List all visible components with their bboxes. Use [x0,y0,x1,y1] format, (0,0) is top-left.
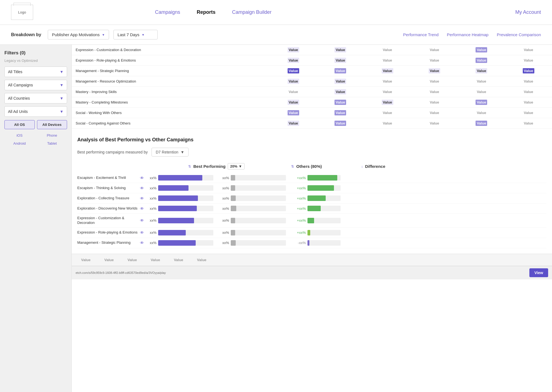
ios-button[interactable]: iOS [4,131,35,139]
heatmap-cell: Value [364,76,411,87]
heatmap-cell: Value [411,45,458,55]
bar-row: Exploration - Collecting Treasure 👁 xx% … [77,193,546,203]
heatmap-cell: Value [411,76,458,87]
heatmap-cell: Value [270,66,317,76]
heatmap-cell: Value [458,45,505,55]
table-row: Mastery - Improving SkillsValueValueValu… [72,87,552,97]
best-pct: xx% [146,241,158,245]
days-dropdown[interactable]: Last 7 Days ▼ [113,30,158,39]
phone-button[interactable]: Phone [37,131,67,139]
metric-dropdown[interactable]: D7 Retention ▼ [152,148,189,157]
heatmap-table-wrapper: Expression - Customization & DecorationV… [72,45,552,129]
prevalence-comparison-link[interactable]: Prevalence Comparison [497,32,541,37]
best-bar-track [158,195,213,201]
all-titles-arrow-icon: ▼ [60,70,63,74]
table-row: Social - Competing Against OthersValueVa… [72,118,552,129]
performance-trend-link[interactable]: Performance Trend [403,32,439,37]
content-area: Expression - Customization & DecorationV… [72,45,552,392]
heatmap-cell: Value [364,108,411,118]
all-titles-filter[interactable]: All Titles ▼ [4,67,67,77]
best-bar-track [158,185,213,191]
best-bar-fill [158,195,198,201]
pct-badge[interactable]: 20% ▼ [228,163,245,169]
breakdown-dropdown[interactable]: Publisher App Motivations ▼ [48,30,109,39]
os-device-row: All OS All Devices [4,120,67,129]
others-pct: xx% [218,176,231,180]
heatmap-cell: Value [411,66,458,76]
best-bar-fill [158,240,196,246]
bar-row: Exploration - Discovering New Worlds 👁 x… [77,203,546,214]
pct-arrow-icon: ▼ [238,164,242,168]
heatmap-cell: Value [458,55,505,66]
diff-bar-fill [307,240,309,246]
heatmap-cell: Value [317,118,364,129]
table-row: Mastery - Completing MilestonesValueValu… [72,97,552,108]
heatmap-cell: Value [364,45,411,55]
view-button[interactable]: View [529,268,548,277]
heatmap-cell: Value [505,55,552,66]
best-bar-fill [158,206,197,211]
heatmap-cell: Value [505,45,552,55]
all-campaigns-arrow-icon: ▼ [60,83,63,87]
best-bar-fill [158,185,189,191]
best-bar-fill [158,218,194,223]
nav-campaigns[interactable]: Campaigns [155,9,180,15]
table-row: Management - Resource OptimizationValueV… [72,76,552,87]
android-button[interactable]: Android [4,139,35,147]
eye-icon[interactable]: 👁 [138,186,146,190]
performance-heatmap-link[interactable]: Performance Heatmap [447,32,489,37]
others-col-header: ⇅ Others (80%) [247,164,325,169]
table-row: Expression - Customization & DecorationV… [72,45,552,55]
device-sub-row: Android Tablet [4,139,67,147]
nav-reports[interactable]: Reports [197,9,216,15]
all-ad-units-filter[interactable]: All Ad Units ▼ [4,106,67,117]
row-label: Mastery - Completing Milestones [72,97,270,108]
heatmap-cell: Value [317,97,364,108]
best-bar-track [158,175,213,181]
all-campaigns-filter[interactable]: All Campaigns ▼ [4,80,67,90]
sidebar: Filters (0) Legacy vs Optimized All Titl… [0,45,72,392]
nav-campaign-builder[interactable]: Campaign Builder [232,9,272,15]
eye-icon[interactable]: 👁 [138,206,146,211]
best-sort-icon: ⇅ [188,165,191,168]
heatmap-cell: Value [505,76,552,87]
tablet-button[interactable]: Tablet [37,139,67,147]
all-countries-filter[interactable]: All Countries ▼ [4,93,67,104]
all-os-button[interactable]: All OS [4,120,35,129]
heatmap-cell: Value [317,76,364,87]
eye-icon[interactable]: 👁 [138,240,146,245]
row-label: Social - Competing Against Others [72,118,270,129]
best-col-label: Best Performing [193,164,225,169]
others-bar-track [231,185,286,191]
main-layout: Filters (0) Legacy vs Optimized All Titl… [0,45,552,392]
perf-columns-header: ⇅ Best Performing 20% ▼ ⇅ Others (80%) ↓… [77,163,546,169]
heatmap-cell: Value [411,97,458,108]
bar-row: Expression - Role-playing & Emotions 👁 x… [77,228,546,238]
heatmap-cell: Value [458,97,505,108]
others-pct: xx% [218,241,231,245]
heatmap-cell: Value [364,87,411,97]
heatmap-cell: Value [317,45,364,55]
heatmap-cell: Value [505,97,552,108]
best-col-header: ⇅ Best Performing 20% ▼ [162,163,247,169]
my-account-link[interactable]: My Account [515,9,541,15]
all-devices-button[interactable]: All Devices [37,120,67,129]
eye-icon[interactable]: 👁 [138,196,146,201]
heatmap-cell: Value [364,55,411,66]
heatmap-cell: Value [270,97,317,108]
analysis-title: Analysis of Best Performing vs Other Cam… [77,137,546,143]
best-bar-fill [158,230,186,235]
eye-icon[interactable]: 👁 [138,176,146,180]
days-arrow-icon: ▼ [142,33,145,36]
diff-pct: +xx% [291,206,307,211]
all-ad-units-arrow-icon: ▼ [60,109,63,114]
eye-icon[interactable]: 👁 [138,218,146,223]
eye-icon[interactable]: 👁 [138,230,146,235]
bottom-values-row: Value Value Value Value Value Value [72,254,552,266]
status-bar: etch.com/s/59c959c9-1608-4ff2-b8ff-cd635… [72,266,552,279]
heatmap-cell: Value [364,118,411,129]
others-bar-track [231,175,286,181]
table-row: Expression - Role-playing & EmotionsValu… [72,55,552,66]
bar-row-label: Escapism - Excitement & Thrill [77,176,138,180]
heatmap-cell: Value [317,55,364,66]
